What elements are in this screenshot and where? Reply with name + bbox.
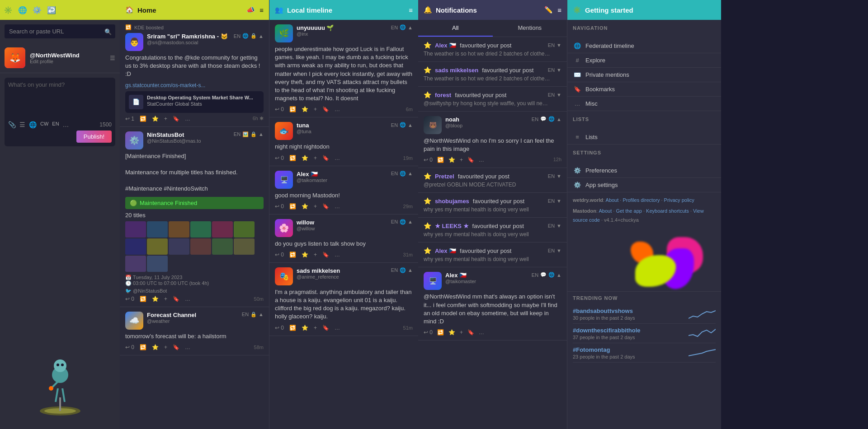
bookmark-button[interactable]: 🔖 [322, 155, 329, 161]
attach-icon[interactable]: 📎 [8, 121, 16, 128]
plus-button[interactable]: + [460, 329, 463, 336]
megaphone-icon[interactable]: 📣 [246, 6, 255, 14]
bookmark-button[interactable]: 🔖 [322, 325, 329, 331]
bookmark-button[interactable]: 🔖 [173, 344, 179, 350]
trending-tag[interactable]: #Fotomontag [573, 346, 635, 353]
about-link[interactable]: About [606, 197, 619, 203]
reply-button[interactable]: ↩ 0 [125, 296, 134, 302]
fav-button[interactable]: ⭐ [302, 203, 308, 210]
more-button[interactable]: … [185, 116, 190, 122]
chevron-up-icon[interactable]: ▲ [557, 117, 561, 122]
expand-icon[interactable]: ▲ [259, 33, 264, 39]
globe-icon[interactable]: 🌐 [18, 6, 27, 14]
fav-button[interactable]: ⭐ [302, 155, 308, 161]
get-app-link[interactable]: Get the app [616, 208, 642, 214]
more-button[interactable]: … [335, 203, 340, 210]
search-input[interactable] [5, 24, 115, 38]
plus-button[interactable]: + [314, 252, 317, 258]
bookmark-button[interactable]: 🔖 [467, 329, 474, 336]
boost-button[interactable]: 🔁 [437, 157, 444, 163]
edit-profile-link[interactable]: Edit profile [30, 59, 105, 64]
plus-button[interactable]: + [314, 155, 317, 161]
boost-button[interactable]: 🔁 [437, 329, 444, 336]
private-mentions-item[interactable]: ✉️ Private mentions [567, 68, 721, 82]
publish-button[interactable]: Publish! [76, 131, 112, 143]
chevron-up-icon[interactable]: ▲ [557, 272, 561, 278]
reply-button[interactable]: ↩ 0 [275, 203, 284, 210]
app-settings-item[interactable]: ⚙️ App settings [567, 178, 721, 192]
lang-button[interactable]: EN [52, 121, 59, 128]
chevron-down-icon[interactable]: ▼ [557, 42, 561, 48]
cw-button[interactable]: CW [40, 121, 48, 128]
more-button[interactable]: … [335, 325, 340, 331]
more-button[interactable]: … [185, 344, 190, 350]
bookmark-button[interactable]: 🔖 [322, 106, 329, 112]
boost-button[interactable]: 🔁 [140, 296, 146, 302]
more-button[interactable]: … [335, 155, 340, 161]
globe-icon[interactable]: 🌐 [29, 121, 37, 128]
reply-button[interactable]: ↩ 0 [125, 344, 134, 350]
more-icon[interactable]: … [63, 121, 69, 128]
chevron-down-icon[interactable]: ▼ [557, 173, 561, 179]
chevron-down-icon[interactable]: ▼ [557, 92, 561, 98]
fav-button[interactable]: ⭐ [302, 325, 308, 331]
plus-button[interactable]: + [314, 203, 317, 210]
reply-button[interactable]: ↩ 0 [275, 106, 284, 112]
more-button[interactable]: … [185, 296, 190, 302]
more-button[interactable]: … [335, 106, 340, 112]
chevron-down-icon[interactable]: ▼ [557, 223, 561, 228]
expand-icon[interactable]: ▲ [408, 267, 413, 273]
fav-button[interactable]: ⭐ [152, 344, 159, 350]
misc-item[interactable]: … Misc [567, 97, 721, 111]
bookmark-button[interactable]: 🔖 [173, 296, 179, 302]
plus-button[interactable]: + [164, 296, 167, 302]
bookmark-button[interactable]: 🔖 [467, 157, 474, 163]
bookmark-button[interactable]: 🔖 [322, 252, 329, 258]
boost-button[interactable]: 🔁 [289, 203, 296, 210]
fav-button[interactable]: ⭐ [302, 106, 308, 112]
profile-menu-button[interactable]: ☰ [110, 55, 115, 61]
fav-button[interactable]: ⭐ [448, 157, 455, 163]
settings-icon[interactable]: ≡ [409, 6, 413, 14]
chevron-down-icon[interactable]: ▼ [557, 198, 561, 204]
boost-button[interactable]: 🔁 [289, 155, 296, 161]
more-button[interactable]: … [479, 329, 484, 336]
keyboard-shortcuts-link[interactable]: Keyboard shortcuts [646, 208, 689, 214]
settings-icon[interactable]: ⚙️ [33, 6, 42, 14]
plus-button[interactable]: + [314, 106, 317, 112]
boost-button[interactable]: 🔁 [289, 106, 296, 112]
fav-button[interactable]: ⭐ [152, 296, 159, 302]
tab-mentions[interactable]: Mentions [493, 20, 567, 37]
list-icon[interactable]: ☰ [19, 121, 25, 128]
expand-icon[interactable]: ▲ [408, 219, 413, 224]
reply-button[interactable]: ↩ 0 [424, 329, 433, 336]
trending-tag[interactable]: #bandsabouttvshows [573, 308, 635, 314]
reply-button[interactable]: ↩ 1 [125, 116, 134, 122]
lists-item[interactable]: ≡ Lists [567, 130, 721, 145]
bookmark-button[interactable]: 🔖 [322, 203, 329, 210]
trending-tag[interactable]: #downthescifirabbithole [573, 327, 641, 334]
bookmark-button[interactable]: 🔖 [173, 116, 179, 122]
chevron-down-icon[interactable]: ▼ [557, 67, 561, 73]
pen-icon[interactable]: ✏️ [544, 6, 553, 14]
mastodon-about-link[interactable]: About [599, 208, 612, 214]
boost-button[interactable]: 🔁 [140, 116, 146, 122]
privacy-policy-link[interactable]: Privacy policy [664, 197, 694, 203]
expand-icon[interactable]: ▲ [408, 25, 413, 30]
reply-button[interactable]: ↩ 0 [275, 325, 284, 331]
plus-button[interactable]: + [460, 157, 463, 163]
reply-button[interactable]: ↩ 0 [424, 157, 433, 163]
home-icon[interactable]: ✳️ [4, 6, 13, 14]
tab-all[interactable]: All [418, 20, 493, 37]
chevron-down-icon[interactable]: ▼ [557, 248, 561, 253]
more-button[interactable]: … [335, 252, 340, 258]
plus-button[interactable]: + [314, 325, 317, 331]
expand-icon[interactable]: ▲ [408, 171, 413, 176]
logout-icon[interactable]: ↩️ [47, 6, 56, 14]
explore-item[interactable]: # Explore [567, 53, 721, 68]
more-button[interactable]: … [479, 157, 484, 163]
boost-button[interactable]: 🔁 [289, 252, 296, 258]
boost-button[interactable]: 🔁 [289, 325, 296, 331]
reply-button[interactable]: ↩ 0 [275, 252, 284, 258]
settings-icon[interactable]: ≡ [259, 6, 264, 14]
